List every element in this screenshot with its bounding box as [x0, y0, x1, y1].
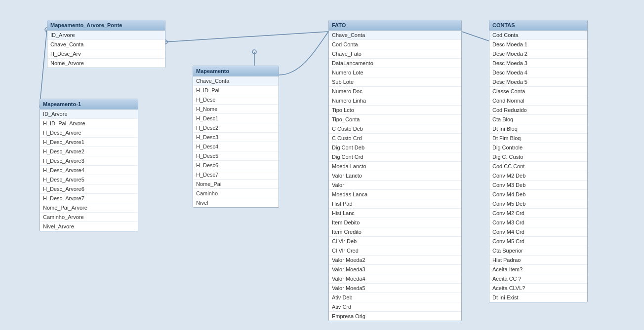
field-contas-conv-m2-deb: Conv M2 Deb [489, 171, 587, 181]
field-fato-tipo-lcto: Tipo Lcto [329, 106, 461, 115]
field-mapeamento-h_desc7: H_Desc7 [193, 170, 279, 180]
field-contas-classe-conta: Classe Conta [489, 87, 587, 96]
svg-line-0 [165, 32, 328, 42]
field-contas-desc-moeda-4: Desc Moeda 4 [489, 68, 587, 77]
field-contas-conv-m4-deb: Conv M4 Deb [489, 190, 587, 199]
field-mapeamento-h_desc2: H_Desc2 [193, 123, 279, 133]
field-mapeamento_1-h_desc_arvore7: H_Desc_Arvore7 [40, 194, 138, 203]
field-contas-hist-padrao: Hist Padrao [489, 256, 587, 265]
field-mapeamento-h_desc6: H_Desc6 [193, 161, 279, 170]
svg-point-4 [252, 50, 256, 54]
field-mapeamento_1-caminho_arvore: Caminho_Arvore [40, 213, 138, 222]
field-contas-cta-superior: Cta Superior [489, 246, 587, 256]
field-mapeamento_1-h_desc_arvore1: H_Desc_Arvore1 [40, 138, 138, 147]
field-contas-conv-m5-crd: Conv M5 Crd [489, 237, 587, 246]
field-mapeamento_1-nivel_arvore: Nivel_Arvore [40, 222, 138, 231]
field-mapeamento_arvore_ponte-h_desc_arv: H_Desc_Arv [47, 49, 165, 59]
field-contas-conv-m4-crd: Conv M4 Crd [489, 227, 587, 237]
field-contas-cod-reduzido: Cod Reduzido [489, 106, 587, 115]
field-fato-c-custo-crd: C Custo Crd [329, 134, 461, 143]
field-contas-aceita-cc-?: Aceita CC ? [489, 274, 587, 284]
field-fato-dig-cont-crd: Dig Cont Crd [329, 152, 461, 162]
table-header-mapeamento_1: Mapeamento-1 [40, 99, 138, 110]
field-contas-dt-ini-bloq: Dt Ini Bloq [489, 124, 587, 134]
field-contas-dig-c.-custo: Dig C. Custo [489, 152, 587, 162]
field-fato-c-custo-deb: C Custo Deb [329, 124, 461, 134]
table-mapeamento_1: Mapeamento-1ID_ArvoreH_ID_Pai_ArvoreH_De… [40, 99, 138, 231]
field-mapeamento_arvore_ponte-id_arvore: ID_Arvore [47, 31, 165, 40]
field-mapeamento-h_nome: H_Nome [193, 105, 279, 114]
field-mapeamento_1-h_desc_arvore2: H_Desc_Arvore2 [40, 147, 138, 156]
field-contas-conv-m5-deb: Conv M5 Deb [489, 199, 587, 209]
field-mapeamento_1-h_id_pai_arvore: H_ID_Pai_Arvore [40, 119, 138, 128]
table-fields-contas[interactable]: Cod ContaDesc Moeda 1Desc Moeda 2Desc Mo… [489, 31, 587, 302]
field-contas-dt-ini-exist: Dt Ini Exist [489, 293, 587, 302]
field-fato-valor-moeda4: Valor Moeda4 [329, 274, 461, 284]
field-mapeamento-chave_conta: Chave_Conta [193, 76, 279, 86]
field-contas-aceita-clvl?: Aceita CLVL? [489, 284, 587, 293]
field-fato-empresa-orig: Empresa Orig [329, 312, 461, 321]
field-fato-cod-conta: Cod Conta [329, 40, 461, 49]
table-header-contas: CONTAS [489, 20, 587, 31]
field-fato-hist-lanc: Hist Lanc [329, 209, 461, 218]
field-mapeamento_1-h_desc_arvore4: H_Desc_Arvore4 [40, 166, 138, 175]
field-mapeamento_arvore_ponte-nome_arvore: Nome_Arvore [47, 59, 165, 68]
svg-line-2 [40, 30, 47, 108]
field-fato-tipo_conta: Tipo_Conta [329, 115, 461, 124]
field-mapeamento_1-h_desc_arvore3: H_Desc_Arvore3 [40, 156, 138, 166]
field-fato-item-debito: Item Debito [329, 218, 461, 227]
field-fato-item-credito: Item Credito [329, 227, 461, 237]
field-mapeamento-h_desc5: H_Desc5 [193, 151, 279, 161]
table-fields-mapeamento[interactable]: Chave_ContaH_ID_PaiH_DescH_NomeH_Desc1H_… [193, 76, 279, 207]
field-mapeamento_1-id_arvore: ID_Arvore [40, 110, 138, 119]
field-fato-hist-pad: Hist Pad [329, 199, 461, 209]
field-contas-conv-m3-deb: Conv M3 Deb [489, 181, 587, 190]
field-contas-desc-moeda-1: Desc Moeda 1 [489, 40, 587, 49]
field-mapeamento-nivel: Nivel [193, 198, 279, 207]
field-fato-chave_conta: Chave_Conta [329, 31, 461, 40]
field-contas-conv-m3-crd: Conv M3 Crd [489, 218, 587, 227]
field-contas-cond-normal: Cond Normal [489, 96, 587, 106]
field-mapeamento_1-h_desc_arvore6: H_Desc_Arvore6 [40, 184, 138, 194]
field-fato-valor: Valor [329, 181, 461, 190]
field-mapeamento-caminho: Caminho [193, 189, 279, 198]
field-mapeamento-h_desc: H_Desc [193, 95, 279, 105]
table-fato: FATOChave_ContaCod ContaChave_FatoDataLa… [328, 20, 462, 321]
table-header-mapeamento: Mapeamento [193, 66, 279, 76]
field-contas-conv-m2-crd: Conv M2 Crd [489, 209, 587, 218]
field-contas-cod-conta: Cod Conta [489, 31, 587, 40]
field-mapeamento-h_desc4: H_Desc4 [193, 142, 279, 151]
field-mapeamento-h_id_pai: H_ID_Pai [193, 86, 279, 95]
field-contas-cta-bloq: Cta Bloq [489, 115, 587, 124]
field-fato-chave_fato: Chave_Fato [329, 49, 461, 59]
svg-line-6 [462, 32, 489, 41]
table-header-fato: FATO [329, 20, 461, 31]
table-header-mapeamento_arvore_ponte: Mapeamento_Arvore_Ponte [47, 20, 165, 31]
field-contas-dig-controle: Dig Controle [489, 143, 587, 152]
field-mapeamento_1-nome_pai_arvore: Nome_Pai_Arvore [40, 203, 138, 213]
field-contas-aceita-item?: Aceita Item? [489, 265, 587, 274]
field-fato-datalancamento: DataLancamento [329, 59, 461, 68]
field-mapeamento-h_desc1: H_Desc1 [193, 114, 279, 123]
field-mapeamento_1-h_desc_arvore5: H_Desc_Arvore5 [40, 175, 138, 184]
field-fato-valor-moeda5: Valor Moeda5 [329, 284, 461, 293]
table-fields-mapeamento_arvore_ponte[interactable]: ID_ArvoreChave_ContaH_Desc_ArvNome_Arvor… [47, 31, 165, 68]
diagram-canvas: Mapeamento_Arvore_PonteID_ArvoreChave_Co… [0, 0, 644, 330]
field-fato-cl-vlr-deb: Cl Vlr Deb [329, 237, 461, 246]
field-fato-moedas-lanca: Moedas Lanca [329, 190, 461, 199]
field-fato-moeda-lancto: Moeda Lancto [329, 162, 461, 171]
field-fato-numero-lote: Numero Lote [329, 68, 461, 77]
table-fields-fato[interactable]: Chave_ContaCod ContaChave_FatoDataLancam… [329, 31, 461, 321]
field-fato-numero-doc: Numero Doc [329, 87, 461, 96]
table-fields-mapeamento_1[interactable]: ID_ArvoreH_ID_Pai_ArvoreH_Desc_ArvoreH_D… [40, 110, 138, 231]
field-fato-ativ-crd: Ativ Crd [329, 302, 461, 312]
table-contas: CONTASCod ContaDesc Moeda 1Desc Moeda 2D… [489, 20, 588, 302]
field-mapeamento-h_desc3: H_Desc3 [193, 133, 279, 142]
field-fato-dig-cont-deb: Dig Cont Deb [329, 143, 461, 152]
field-contas-desc-moeda-3: Desc Moeda 3 [489, 59, 587, 68]
field-fato-ativ-deb: Ativ Deb [329, 293, 461, 302]
field-fato-valor-lancto: Valor Lancto [329, 171, 461, 181]
field-contas-desc-moeda-5: Desc Moeda 5 [489, 77, 587, 87]
field-fato-valor-moeda3: Valor Moeda3 [329, 265, 461, 274]
table-mapeamento: MapeamentoChave_ContaH_ID_PaiH_DescH_Nom… [193, 66, 279, 208]
